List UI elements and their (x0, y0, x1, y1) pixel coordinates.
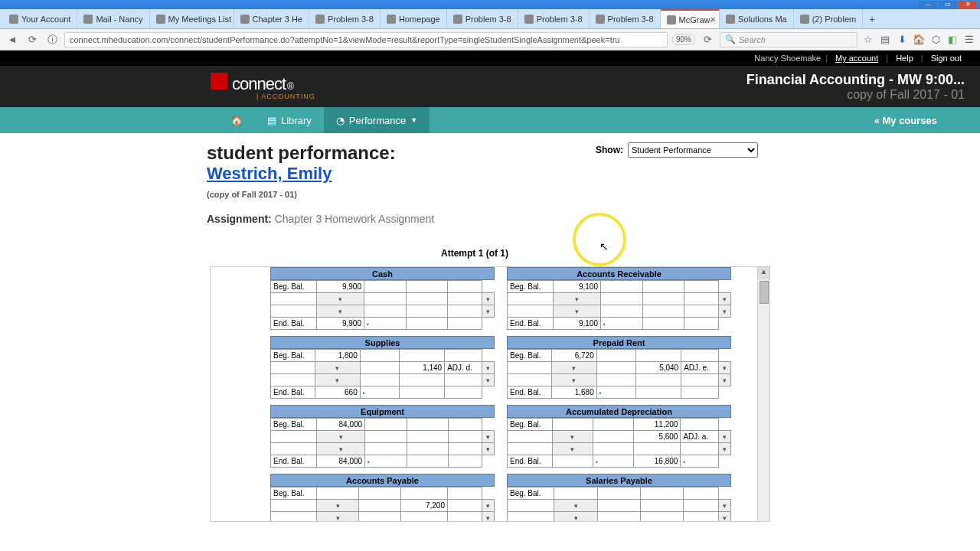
home-icon[interactable]: 🏠 (913, 34, 925, 45)
page-title: student performance: (207, 142, 396, 164)
downloads-icon[interactable]: ⬇ (896, 34, 908, 45)
dropdown[interactable]: ▾ (317, 305, 364, 318)
cell (360, 350, 399, 362)
cell (683, 487, 718, 500)
dropdown[interactable]: ▾ (482, 512, 494, 523)
url-bar[interactable] (64, 32, 668, 47)
dropdown[interactable]: ▾ (554, 305, 601, 318)
dropdown[interactable]: ▾ (317, 443, 365, 455)
dropdown[interactable]: ▾ (317, 293, 364, 305)
dropdown[interactable]: ▾ (482, 500, 494, 512)
search-box[interactable]: 🔍 Search (720, 32, 858, 47)
nav-home[interactable]: 🏠 (218, 107, 255, 133)
browser-tab[interactable]: McGraw-✕ (661, 9, 720, 28)
dropdown[interactable]: ▾ (482, 443, 494, 455)
dropdown[interactable]: ▾ (551, 362, 596, 374)
cell (448, 419, 482, 431)
dropdown[interactable]: ▾ (482, 431, 494, 443)
end-value: 16,800 (633, 455, 681, 468)
dropdown[interactable]: ▾ (552, 443, 593, 455)
dropdown[interactable]: ▾ (551, 374, 596, 386)
tab-label: Problem 3-8 (328, 15, 374, 24)
dropdown[interactable]: ▾ (315, 362, 360, 374)
help-link[interactable]: Help (893, 54, 916, 63)
nav-performance[interactable]: ◔Performance▼ (324, 107, 430, 133)
cell (407, 419, 448, 431)
cell (316, 487, 358, 500)
browser-tab[interactable]: Problem 3-8 (518, 9, 590, 28)
t-account: CashBeg. Bal.9,900▾▾▾▾End. Bal.9,900▪ (270, 267, 495, 330)
browser-tab[interactable]: Your Account (3, 9, 77, 28)
bookmark-star-icon[interactable]: ☆ (862, 34, 874, 45)
my-account-link[interactable]: My account (832, 54, 881, 63)
browser-tab[interactable]: Homepage (381, 9, 447, 28)
attempt-label: Attempt 1 (of 1) (176, 248, 773, 259)
identity-icon[interactable]: ⓘ (44, 33, 60, 47)
browser-tab[interactable]: Mail - Nancy (77, 9, 149, 28)
browser-tab[interactable]: Problem 3-8 (447, 9, 518, 28)
show-dropdown[interactable]: Student Performance (628, 142, 758, 158)
signout-link[interactable]: Sign out (928, 54, 965, 63)
new-tab-button[interactable]: + (863, 9, 881, 28)
window-minimize[interactable]: — (919, 1, 937, 8)
window-close[interactable]: ✕ (959, 1, 977, 8)
dropdown[interactable]: ▾ (718, 431, 730, 443)
dropdown[interactable]: ▾ (718, 500, 730, 512)
dropdown[interactable]: ▾ (554, 500, 598, 512)
account-table: Beg. Bal.84,000▾▾▾▾End. Bal.84,000▪ (270, 418, 495, 468)
dropdown[interactable]: ▾ (554, 512, 598, 523)
browser-tab[interactable]: (2) Problem (794, 9, 863, 28)
dropdown[interactable]: ▾ (718, 512, 730, 523)
dropdown[interactable]: ▾ (718, 293, 730, 305)
browser-tab[interactable]: Problem 3-8 (590, 9, 661, 28)
browser-tab[interactable]: Problem 3-8 (309, 9, 381, 28)
dropdown[interactable]: ▾ (316, 500, 358, 512)
cell (596, 350, 635, 362)
cell (271, 293, 317, 305)
zoom-level[interactable]: 90% (672, 34, 695, 45)
assignment-value: Chapter 3 Homework Assignment (275, 213, 435, 225)
browser-tab[interactable]: Solutions Ma (720, 9, 794, 28)
dropdown[interactable]: ▾ (482, 305, 494, 318)
dropdown[interactable]: ▾ (718, 443, 730, 455)
extension-icon[interactable]: ◧ (946, 34, 959, 45)
dropdown[interactable]: ▾ (316, 512, 358, 523)
browser-tabstrip: Your AccountMail - NancyMy Meetings List… (0, 9, 980, 29)
dropdown[interactable]: ▾ (554, 293, 601, 305)
dropdown[interactable]: ▾ (482, 362, 495, 374)
scroll-up-icon[interactable]: ▲ (758, 267, 769, 279)
dropdown[interactable]: ▾ (719, 374, 731, 386)
student-name-link[interactable]: Westrich, Emily (207, 164, 332, 183)
tab-close-icon[interactable]: ✕ (710, 15, 716, 24)
dropdown[interactable]: ▾ (317, 431, 365, 443)
beg-value: 6,720 (551, 350, 596, 362)
end-label: End. Bal. (271, 386, 315, 399)
account-header: Accumulated Depreciation (507, 405, 731, 418)
menu-icon[interactable]: ☰ (963, 34, 975, 45)
reader-icon[interactable]: ▤ (879, 34, 891, 45)
pocket-icon[interactable]: ⬡ (929, 34, 942, 45)
scroll-thumb[interactable] (760, 281, 769, 304)
reload-button[interactable]: ⟳ (24, 34, 40, 45)
nav-my-courses[interactable]: « My courses (862, 107, 949, 133)
reload-icon[interactable]: ⟳ (700, 34, 715, 45)
cell (365, 443, 407, 455)
dropdown[interactable]: ▾ (482, 293, 494, 305)
browser-tab[interactable]: Chapter 3 He (234, 9, 309, 28)
back-button[interactable]: ◄ (5, 34, 20, 45)
cell (400, 350, 445, 362)
dropdown[interactable]: ▾ (482, 374, 495, 386)
nav-library[interactable]: ▤Library (255, 107, 324, 133)
dropdown[interactable]: ▾ (552, 431, 593, 443)
vertical-scrollbar[interactable]: ▲ (757, 267, 769, 521)
dropdown[interactable]: ▾ (718, 305, 730, 318)
dropdown[interactable]: ▾ (719, 362, 731, 374)
tab-label: (2) Problem (812, 15, 856, 24)
cell (636, 374, 681, 386)
browser-tab[interactable]: My Meetings List (150, 9, 234, 28)
dropdown[interactable]: ▾ (315, 374, 360, 386)
cell (407, 281, 448, 293)
beg-value (400, 487, 447, 500)
window-maximize[interactable]: ▭ (939, 1, 957, 8)
cell (600, 305, 642, 318)
